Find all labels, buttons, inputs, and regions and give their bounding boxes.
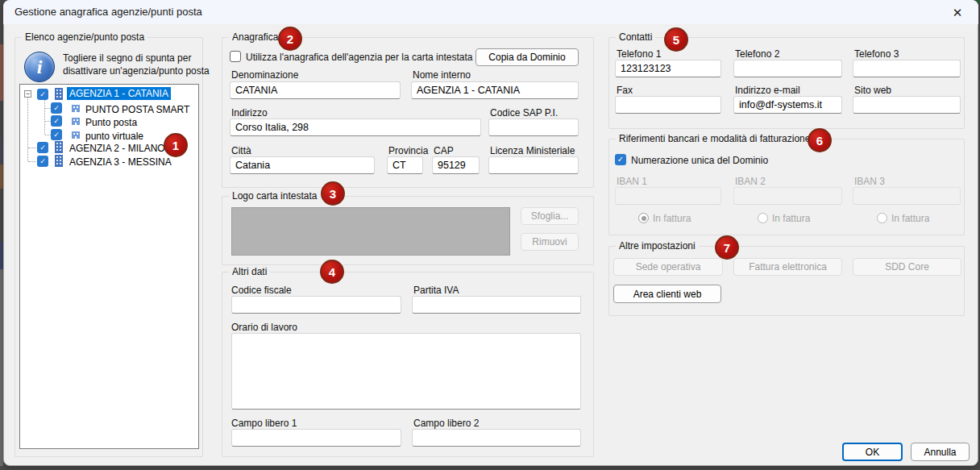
numerazione-unica-checkbox[interactable]: ✓ [615,154,626,165]
group-anagrafica-label: Anagrafica [229,31,281,43]
partita-iva-field[interactable] [412,296,581,314]
licenza-label: Licenza Ministeriale [490,145,575,156]
sdd-core-button[interactable]: SDD Core [853,258,961,276]
group-logo-label: Logo carta intestata [229,190,320,202]
codice-fiscale-label: Codice fiscale [231,285,292,296]
step-badge-3: 3 [321,181,345,206]
orario-field[interactable] [231,333,581,410]
use-agency-checkbox[interactable] [230,51,241,62]
iban-1-field[interactable] [615,187,721,205]
tree-connector [45,108,51,109]
tree-checkbox-punto-posta[interactable]: ✓ [51,115,62,127]
tree-expander-icon[interactable]: − [24,90,31,98]
in-fattura-label-1: In fattura [653,213,691,224]
numerazione-unica-label[interactable]: Numerazione unica del Dominio [631,155,768,166]
citta-field[interactable] [230,156,375,174]
tree-connector [28,161,36,162]
building-icon [53,140,64,153]
indirizzo-field[interactable] [230,119,481,136]
tree-connector [27,98,28,161]
in-fattura-radio-2[interactable] [758,213,768,223]
telefono-1-field[interactable] [615,60,721,77]
tree-item-agenzia-2[interactable]: AGENZIA 2 - MILANO [69,143,165,154]
shop-icon [71,116,81,126]
tree-item-punto-virtuale[interactable]: punto virtuale [85,131,143,142]
sede-operativa-button[interactable]: Sede operativa [613,258,723,276]
in-fattura-radio-1[interactable] [638,213,649,223]
campo-libero-2-label: Campo libero 2 [413,418,479,429]
annulla-button[interactable]: Annulla [911,443,970,461]
step-badge-2: 2 [278,27,302,51]
licenza-field[interactable] [488,156,579,174]
tree-checkbox-punto-posta-smart[interactable]: ✓ [51,102,62,114]
fattura-elettronica-button[interactable]: Fattura elettronica [733,258,842,276]
group-contatti-label: Contatti [616,31,655,43]
in-fattura-label-2: In fattura [772,213,810,224]
tree-connector [28,148,36,148]
tree-item-punto-posta[interactable]: Punto posta [85,117,137,128]
iban-2-label: IBAN 2 [735,176,766,187]
tree-item-agenzia-3[interactable]: AGENZIA 3 - MESSINA [69,156,172,168]
telefono-3-label: Telefono 3 [854,48,899,60]
iban-1-label: IBAN 1 [617,176,647,187]
in-fattura-label-3: In fattura [891,213,929,224]
iban-3-field[interactable] [853,187,961,205]
iban-2-field[interactable] [733,187,842,205]
use-agency-checkbox-label[interactable]: Utilizza l'anagrafica dell'agenzia per l… [246,52,472,63]
shop-icon [71,130,81,139]
rimuovi-button[interactable]: Rimuovi [521,233,579,251]
campo-libero-1-field[interactable] [231,429,401,447]
group-altre-impostazioni-label: Altre impostazioni [616,240,699,252]
area-clienti-web-button[interactable]: Area clienti web [613,285,721,303]
partita-iva-label: Partita IVA [413,285,459,296]
provincia-label: Provincia [388,145,428,156]
fax-field[interactable] [615,96,721,114]
cap-field[interactable] [432,156,480,174]
telefono-2-label: Telefono 2 [735,48,779,60]
group-riferimenti-label: Riferimenti bancari e modalità di fattur… [616,133,813,144]
group-elenco-label: Elenco agenzie/punto posta [22,31,147,43]
tree-checkbox-agenzia-2[interactable]: ✓ [37,142,48,153]
iban-3-label: IBAN 3 [854,176,885,187]
sfoglia-button[interactable]: Sfoglia... [521,207,579,225]
citta-label: Città [231,145,251,156]
tree-item-punto-posta-smart[interactable]: PUNTO POSTA SMART [85,104,189,115]
fax-label: Fax [617,85,633,96]
tree-checkbox-agenzia-3[interactable]: ✓ [37,156,48,167]
codice-sap-field[interactable] [488,119,579,136]
telefono-2-field[interactable] [733,60,842,77]
step-badge-7: 7 [715,235,739,260]
telefono-3-field[interactable] [853,60,961,77]
close-icon[interactable]: ✕ [946,4,969,21]
denominazione-field[interactable] [230,81,401,99]
logo-preview [231,207,510,256]
tree-item-agenzia-1[interactable]: AGENZIA 1 - CATANIA [67,87,171,100]
provincia-field[interactable] [387,156,423,174]
tree-checkbox-agenzia-1[interactable]: ✓ [37,89,48,100]
shop-icon [71,103,81,113]
codice-fiscale-field[interactable] [231,296,401,314]
telefono-1-label: Telefono 1 [617,48,661,60]
step-badge-5: 5 [664,27,688,52]
screen: Gestione anagrafica agenzie/punti posta … [0,0,980,470]
tree-checkbox-punto-virtuale[interactable]: ✓ [51,129,62,140]
group-contatti: Contatti [608,37,965,129]
building-icon [53,87,64,100]
email-field[interactable] [733,96,842,114]
nome-interno-field[interactable] [411,81,579,99]
dialog-title: Gestione anagrafica agenzie/punti posta [15,6,202,18]
indirizzo-label: Indirizzo [231,107,268,119]
ok-button[interactable]: OK [842,443,903,461]
hint-line-1: Togliere il segno di spunta per [63,52,191,64]
in-fattura-radio-3[interactable] [877,213,887,223]
group-altri-dati-label: Altri dati [229,266,270,277]
step-badge-1: 1 [164,133,188,157]
campo-libero-1-label: Campo libero 1 [231,418,297,429]
sito-web-field[interactable] [853,96,961,114]
campo-libero-2-field[interactable] [412,429,581,447]
copia-da-dominio-button[interactable]: Copia da Dominio [475,48,579,66]
step-badge-4: 4 [320,260,344,284]
orario-label: Orario di lavoro [231,322,297,333]
info-icon: i [24,52,55,82]
tree-connector [44,98,45,135]
